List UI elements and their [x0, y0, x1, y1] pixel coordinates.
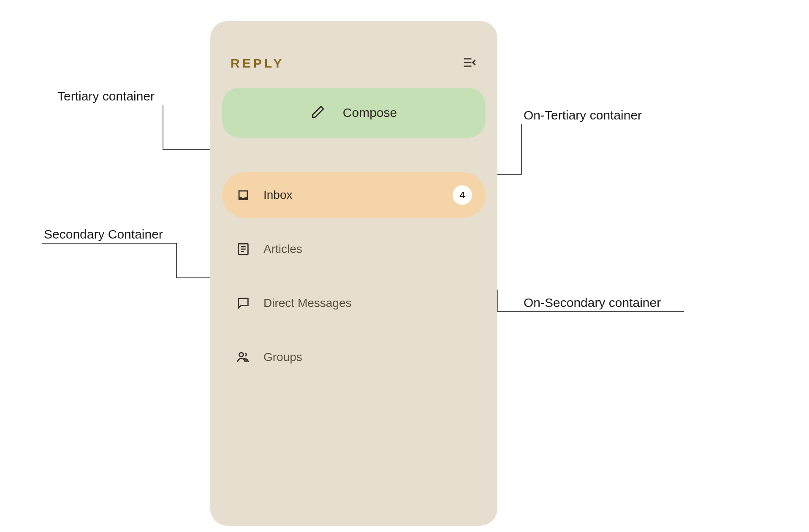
drawer-header: REPLY	[222, 34, 486, 76]
inbox-icon	[236, 187, 251, 203]
annotation-secondary: Secondary Container	[44, 227, 163, 242]
compose-label: Compose	[343, 106, 397, 120]
nav-label-articles: Articles	[263, 242, 472, 256]
nav-label-direct-messages: Direct Messages	[263, 296, 472, 310]
navigation-drawer: REPLY Compose	[210, 21, 497, 526]
svg-point-7	[239, 353, 244, 357]
nav-label-inbox: Inbox	[263, 188, 440, 202]
nav-item-direct-messages[interactable]: Direct Messages	[222, 280, 486, 326]
annotation-tertiary: Tertiary container	[57, 89, 155, 103]
article-icon	[236, 242, 251, 257]
brand-label: REPLY	[231, 56, 284, 71]
groups-icon	[236, 350, 251, 365]
nav-item-inbox[interactable]: Inbox 4	[222, 172, 486, 218]
nav-list: Inbox 4 Articles	[222, 172, 486, 380]
chat-icon	[236, 296, 251, 311]
annotation-on-tertiary: On-Tertiary container	[524, 108, 642, 122]
nav-item-articles[interactable]: Articles	[222, 226, 486, 272]
pencil-icon	[311, 105, 325, 121]
menu-collapse-icon[interactable]	[462, 55, 477, 72]
compose-button[interactable]: Compose	[222, 88, 486, 138]
nav-item-groups[interactable]: Groups	[222, 334, 486, 380]
inbox-badge: 4	[453, 185, 472, 205]
nav-label-groups: Groups	[263, 350, 472, 364]
